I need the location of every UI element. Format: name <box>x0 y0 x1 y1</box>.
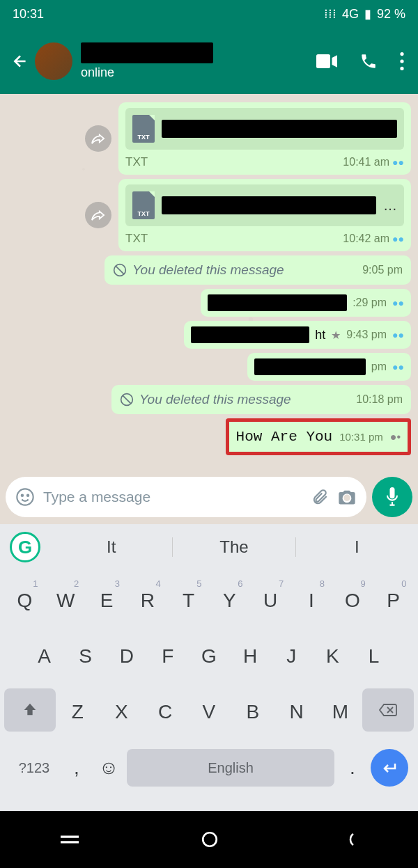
file-type: TXT <box>125 232 148 246</box>
read-receipt-icon: ●● <box>392 233 404 244</box>
msg-time: 10:18 pm <box>356 393 403 406</box>
key-p[interactable]: P0 <box>376 577 411 624</box>
suggestion-bar: G It The I <box>0 524 418 570</box>
key-w[interactable]: W2 <box>48 577 83 624</box>
grammarly-icon[interactable]: G <box>10 532 40 562</box>
msg-time: :29 pm <box>353 297 387 309</box>
deleted-text: You deleted this message <box>132 262 284 278</box>
msg-time: 10:31 pm <box>339 431 383 443</box>
key-f[interactable]: F <box>150 633 185 680</box>
file-name-ellipsis: … <box>383 198 397 214</box>
key-b[interactable]: B <box>235 688 270 736</box>
shift-key[interactable] <box>4 688 56 732</box>
message-text[interactable]: pm ●● <box>247 353 411 381</box>
back-nav-button[interactable] <box>341 831 357 848</box>
back-button[interactable] <box>8 49 32 73</box>
emoji-key[interactable]: ☺ <box>95 744 123 791</box>
message-file-1[interactable]: TXT TXT 10:41 am●● <box>118 102 411 175</box>
keyboard: G It The I Q1W2E3R4T5Y6U7I8O9P0 ASDFGHJK… <box>0 524 418 811</box>
backspace-key[interactable] <box>362 688 414 732</box>
txt-file-icon: TXT <box>132 191 155 219</box>
suggestion-3[interactable]: I <box>296 537 418 557</box>
read-receipt-icon: ●● <box>392 297 404 308</box>
key-h[interactable]: H <box>233 633 268 680</box>
key-g[interactable]: G <box>192 633 226 680</box>
key-x[interactable]: X <box>104 688 139 736</box>
key-l[interactable]: L <box>356 633 391 680</box>
message-file-2[interactable]: TXT … TXT 10:42 am●● <box>118 179 411 251</box>
contact-info[interactable]: online <box>81 42 316 80</box>
battery-pct: 92 % <box>377 7 405 22</box>
key-y[interactable]: Y6 <box>212 577 247 624</box>
key-k[interactable]: K <box>315 633 350 680</box>
contact-avatar[interactable] <box>35 42 72 80</box>
video-call-icon[interactable] <box>316 54 337 68</box>
forward-icon[interactable] <box>85 125 111 152</box>
message-text-content: How Are You <box>236 426 333 448</box>
mic-button[interactable] <box>372 477 412 517</box>
key-v[interactable]: V <box>192 688 226 736</box>
text-redacted <box>191 326 309 343</box>
comma-key[interactable]: , <box>63 744 91 791</box>
key-row-4: ?123 , ☺ English . <box>4 744 414 791</box>
key-j[interactable]: J <box>274 633 309 680</box>
key-i[interactable]: I8 <box>294 577 329 624</box>
enter-key[interactable] <box>371 749 408 787</box>
msg-time: 10:41 am <box>343 156 389 168</box>
recent-apps-button[interactable] <box>61 835 79 844</box>
key-t[interactable]: T5 <box>171 577 206 624</box>
key-n[interactable]: N <box>279 688 314 736</box>
key-row-3: ZXCVBNM <box>4 688 414 736</box>
emoji-icon[interactable] <box>15 487 35 507</box>
voice-call-icon[interactable] <box>359 52 378 70</box>
key-r[interactable]: R4 <box>130 577 165 624</box>
menu-icon[interactable] <box>400 52 404 70</box>
svg-point-2 <box>400 59 403 63</box>
signal-icon: ⁞⁞⁞ <box>324 6 336 22</box>
key-a[interactable]: A <box>27 633 62 680</box>
read-receipt-icon: ●● <box>392 361 404 372</box>
deleted-message[interactable]: You deleted this message 10:18 pm <box>111 385 411 414</box>
period-key[interactable]: . <box>339 744 366 791</box>
svg-rect-0 <box>316 54 330 68</box>
camera-icon[interactable] <box>337 489 357 505</box>
space-key[interactable]: English <box>127 749 334 787</box>
suggestion-2[interactable]: The <box>173 537 295 557</box>
chat-header: online <box>0 28 418 94</box>
message-input[interactable]: Type a message <box>6 477 366 517</box>
key-s[interactable]: S <box>68 633 103 680</box>
svg-point-7 <box>22 495 23 496</box>
status-time: 10:31 <box>13 7 44 22</box>
svg-point-8 <box>27 495 29 496</box>
contact-name-redacted <box>81 42 213 63</box>
key-e[interactable]: E3 <box>89 577 124 624</box>
key-q[interactable]: Q1 <box>7 577 42 624</box>
message-text[interactable]: :29 pm ●● <box>201 289 411 317</box>
home-button[interactable] <box>201 830 219 849</box>
svg-point-1 <box>400 52 403 56</box>
key-d[interactable]: D <box>109 633 144 680</box>
key-m[interactable]: M <box>323 688 357 736</box>
battery-icon: ▮ <box>364 6 371 22</box>
key-row-2: ASDFGHJKL <box>4 633 414 680</box>
attach-icon[interactable] <box>311 488 329 506</box>
deleted-message[interactable]: You deleted this message 9:05 pm <box>104 255 411 285</box>
msg-time: pm <box>371 361 387 373</box>
input-placeholder: Type a message <box>43 489 302 505</box>
input-area: Type a message <box>0 470 418 524</box>
txt-file-icon: TXT <box>132 115 155 143</box>
suggestion-1[interactable]: It <box>50 537 173 557</box>
message-text[interactable]: ht ★ 9:43 pm ●● <box>184 321 411 349</box>
text-suffix: ht <box>315 328 325 342</box>
msg-time: 9:43 pm <box>346 329 387 341</box>
text-redacted <box>254 358 366 375</box>
chat-area[interactable]: TXT TXT 10:41 am●● TXT … TXT 10:42 am●● <box>0 94 418 470</box>
key-u[interactable]: U7 <box>253 577 288 624</box>
forward-icon[interactable] <box>85 202 111 228</box>
key-c[interactable]: C <box>148 688 183 736</box>
status-bar: 10:31 ⁞⁞⁞ 4G ▮92 % <box>0 0 418 28</box>
key-z[interactable]: Z <box>60 688 95 736</box>
symbols-key[interactable]: ?123 <box>10 748 59 788</box>
highlighted-message[interactable]: How Are You 10:31 pm ●• <box>226 418 411 455</box>
key-o[interactable]: O9 <box>335 577 370 624</box>
